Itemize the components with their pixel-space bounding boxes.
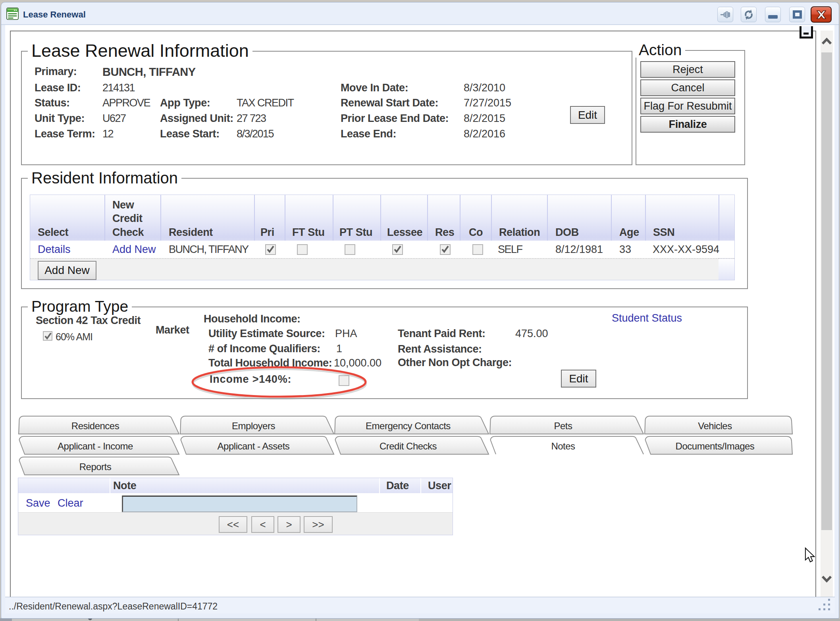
svg-text:Residences: Residences bbox=[71, 420, 119, 431]
svg-text:Documents/Images: Documents/Images bbox=[676, 441, 755, 451]
svg-text:Emergency Contacts: Emergency Contacts bbox=[366, 420, 451, 431]
svg-text:Reports: Reports bbox=[79, 461, 112, 472]
svg-text:Credit Checks: Credit Checks bbox=[380, 441, 437, 451]
svg-text:Employers: Employers bbox=[232, 420, 275, 431]
svg-text:Applicant - Assets: Applicant - Assets bbox=[218, 441, 290, 451]
svg-text:Notes: Notes bbox=[551, 441, 575, 451]
svg-text:Pets: Pets bbox=[554, 420, 572, 431]
svg-text:Vehicles: Vehicles bbox=[698, 420, 732, 431]
svg-text:Applicant - Income: Applicant - Income bbox=[58, 441, 133, 451]
